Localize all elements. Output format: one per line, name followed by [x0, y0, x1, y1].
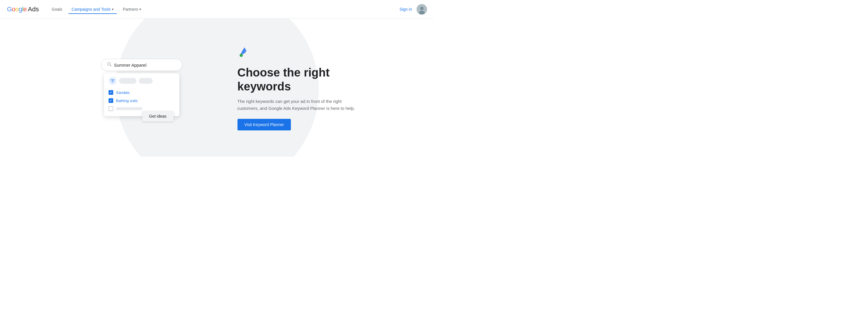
google-wordmark: Google — [7, 5, 27, 13]
checkbox-bathing-suits[interactable]: ✓ Bathing suits — [108, 97, 175, 105]
search-icon — [107, 62, 112, 68]
placeholder-label — [116, 107, 142, 110]
nav-goals[interactable]: Goals — [48, 5, 66, 14]
bathing-suits-label: Bathing suits — [116, 99, 137, 103]
ads-logo-mark — [238, 45, 365, 60]
search-value: Summer Apparel — [114, 63, 147, 68]
header-right: Sign in — [399, 4, 427, 14]
search-bar[interactable]: Summer Apparel — [101, 59, 182, 71]
svg-line-4 — [110, 65, 111, 66]
chevron-down-icon: ▾ — [112, 7, 114, 11]
keyword-dropdown: ✓ Sandals ✓ Bathing suits Get ideas — [104, 73, 179, 116]
main-nav: Goals Campaigns and Tools ▾ Partners ▾ — [48, 5, 399, 14]
get-ideas-button[interactable]: Get ideas — [142, 111, 174, 121]
checkbox-sandals[interactable]: ✓ Sandals — [108, 89, 175, 97]
visit-keyword-planner-button[interactable]: Visit Keyword Planner — [238, 119, 291, 131]
filter-row — [108, 77, 175, 85]
checkbox-checked-bathing: ✓ — [108, 98, 113, 103]
avatar[interactable] — [416, 4, 427, 14]
checkbox-unchecked — [108, 106, 113, 111]
logo: Google Ads — [7, 5, 39, 13]
nav-partners[interactable]: Partners ▾ — [119, 5, 145, 14]
sandals-label: Sandals — [116, 91, 130, 95]
user-icon — [416, 4, 427, 14]
text-panel: Choose the right keywords The right keyw… — [214, 45, 365, 131]
description-text: The right keywords can get your ad in fr… — [238, 98, 360, 112]
filter-pill-1[interactable] — [119, 78, 136, 84]
headline: Choose the right keywords — [238, 66, 365, 93]
ads-wordmark: Ads — [28, 5, 39, 13]
svg-point-1 — [420, 7, 424, 10]
filter-icon[interactable] — [108, 77, 117, 85]
checkbox-checked-sandals: ✓ — [108, 90, 113, 95]
illustration-panel: Summer Apparel ✓ Sandals — [69, 59, 214, 116]
nav-campaigns-tools[interactable]: Campaigns and Tools ▾ — [68, 5, 117, 14]
svg-point-7 — [240, 54, 243, 57]
sign-in-link[interactable]: Sign in — [399, 7, 412, 11]
main-content: Summer Apparel ✓ Sandals — [0, 19, 434, 156]
chevron-down-icon: ▾ — [140, 7, 141, 11]
header: Google Ads Goals Campaigns and Tools ▾ P… — [0, 0, 434, 19]
filter-pill-2[interactable] — [139, 78, 153, 84]
